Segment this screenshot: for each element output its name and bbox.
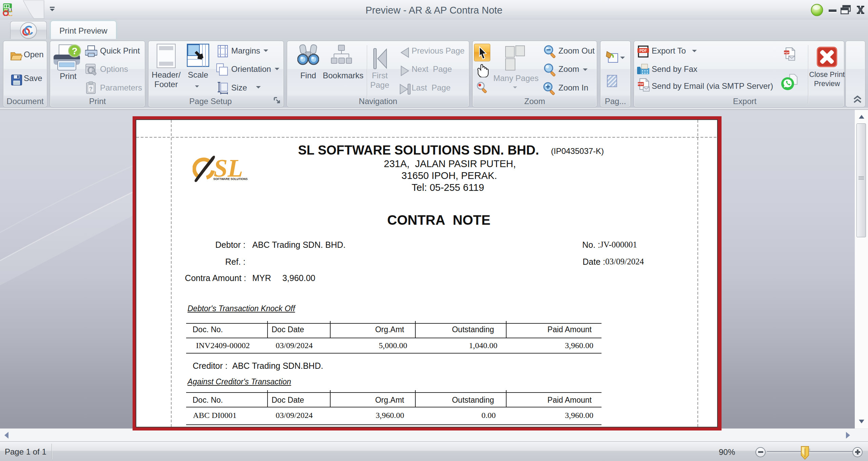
svg-text:PDF: PDF bbox=[638, 82, 644, 86]
svg-text:PDF: PDF bbox=[639, 48, 647, 53]
svg-text:SOFTWARE SOLUTIONS: SOFTWARE SOLUTIONS bbox=[213, 177, 248, 181]
svg-text:?: ? bbox=[89, 86, 93, 92]
svg-text:?: ? bbox=[72, 46, 77, 56]
svg-text:PDF: PDF bbox=[784, 51, 789, 54]
